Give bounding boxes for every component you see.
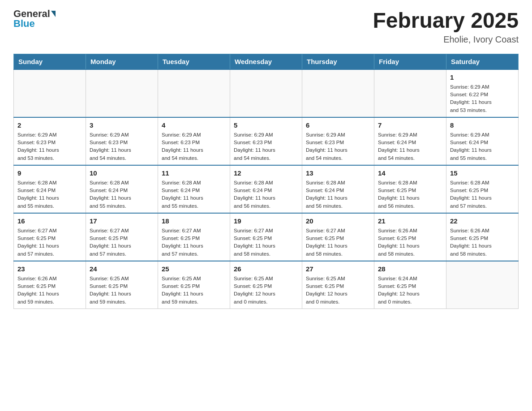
day-number: 7 bbox=[378, 120, 442, 130]
week-row-2: 2Sunrise: 6:29 AM Sunset: 6:23 PM Daylig… bbox=[14, 117, 519, 165]
calendar-cell: 18Sunrise: 6:27 AM Sunset: 6:25 PM Dayli… bbox=[158, 213, 230, 261]
page-header: General Blue February 2025 Eholie, Ivory… bbox=[13, 9, 519, 45]
day-info: Sunrise: 6:26 AM Sunset: 6:25 PM Dayligh… bbox=[378, 227, 442, 258]
calendar-cell: 22Sunrise: 6:26 AM Sunset: 6:25 PM Dayli… bbox=[446, 213, 519, 261]
day-number: 23 bbox=[17, 264, 82, 274]
logo: General Blue bbox=[13, 9, 56, 29]
day-number: 9 bbox=[17, 168, 82, 178]
calendar-cell bbox=[158, 69, 230, 117]
day-number: 13 bbox=[306, 168, 370, 178]
day-number: 10 bbox=[90, 168, 154, 178]
title-block: February 2025 Eholie, Ivory Coast bbox=[373, 9, 519, 45]
day-number: 4 bbox=[162, 120, 226, 130]
day-info: Sunrise: 6:27 AM Sunset: 6:25 PM Dayligh… bbox=[90, 227, 154, 258]
calendar-cell: 3Sunrise: 6:29 AM Sunset: 6:23 PM Daylig… bbox=[86, 117, 158, 165]
calendar-cell: 17Sunrise: 6:27 AM Sunset: 6:25 PM Dayli… bbox=[86, 213, 158, 261]
day-info: Sunrise: 6:29 AM Sunset: 6:23 PM Dayligh… bbox=[162, 131, 226, 162]
location: Eholie, Ivory Coast bbox=[373, 34, 519, 45]
calendar-cell bbox=[446, 261, 519, 309]
day-info: Sunrise: 6:26 AM Sunset: 6:25 PM Dayligh… bbox=[17, 275, 82, 306]
weekday-header-saturday: Saturday bbox=[446, 54, 519, 69]
day-info: Sunrise: 6:28 AM Sunset: 6:24 PM Dayligh… bbox=[162, 179, 226, 210]
day-info: Sunrise: 6:29 AM Sunset: 6:23 PM Dayligh… bbox=[17, 131, 82, 162]
day-number: 14 bbox=[378, 168, 442, 178]
day-info: Sunrise: 6:27 AM Sunset: 6:25 PM Dayligh… bbox=[17, 227, 82, 258]
day-number: 24 bbox=[90, 264, 154, 274]
weekday-header-tuesday: Tuesday bbox=[158, 54, 230, 69]
calendar-cell: 7Sunrise: 6:29 AM Sunset: 6:24 PM Daylig… bbox=[374, 117, 446, 165]
calendar-cell: 12Sunrise: 6:28 AM Sunset: 6:24 PM Dayli… bbox=[230, 165, 302, 213]
calendar-cell: 19Sunrise: 6:27 AM Sunset: 6:25 PM Dayli… bbox=[230, 213, 302, 261]
weekday-header-row: SundayMondayTuesdayWednesdayThursdayFrid… bbox=[14, 54, 519, 69]
day-info: Sunrise: 6:28 AM Sunset: 6:24 PM Dayligh… bbox=[90, 179, 154, 210]
logo-triangle-icon bbox=[51, 11, 56, 17]
week-row-1: 1Sunrise: 6:29 AM Sunset: 6:22 PM Daylig… bbox=[14, 69, 519, 117]
calendar-cell: 1Sunrise: 6:29 AM Sunset: 6:22 PM Daylig… bbox=[446, 69, 519, 117]
calendar-cell: 20Sunrise: 6:27 AM Sunset: 6:25 PM Dayli… bbox=[302, 213, 374, 261]
logo-general-text: General bbox=[13, 9, 50, 19]
day-number: 17 bbox=[90, 216, 154, 226]
calendar-cell: 2Sunrise: 6:29 AM Sunset: 6:23 PM Daylig… bbox=[14, 117, 86, 165]
day-info: Sunrise: 6:29 AM Sunset: 6:24 PM Dayligh… bbox=[450, 131, 515, 162]
day-number: 15 bbox=[450, 168, 515, 178]
day-info: Sunrise: 6:29 AM Sunset: 6:23 PM Dayligh… bbox=[306, 131, 370, 162]
calendar-cell: 4Sunrise: 6:29 AM Sunset: 6:23 PM Daylig… bbox=[158, 117, 230, 165]
weekday-header-sunday: Sunday bbox=[14, 54, 86, 69]
day-info: Sunrise: 6:27 AM Sunset: 6:25 PM Dayligh… bbox=[162, 227, 226, 258]
calendar-cell: 15Sunrise: 6:28 AM Sunset: 6:25 PM Dayli… bbox=[446, 165, 519, 213]
day-info: Sunrise: 6:29 AM Sunset: 6:22 PM Dayligh… bbox=[450, 83, 515, 114]
day-number: 1 bbox=[450, 73, 515, 82]
day-info: Sunrise: 6:25 AM Sunset: 6:25 PM Dayligh… bbox=[234, 275, 298, 306]
day-info: Sunrise: 6:27 AM Sunset: 6:25 PM Dayligh… bbox=[234, 227, 298, 258]
day-number: 12 bbox=[234, 168, 298, 178]
day-info: Sunrise: 6:29 AM Sunset: 6:23 PM Dayligh… bbox=[90, 131, 154, 162]
day-number: 11 bbox=[162, 168, 226, 178]
day-info: Sunrise: 6:28 AM Sunset: 6:24 PM Dayligh… bbox=[306, 179, 370, 210]
calendar-cell: 9Sunrise: 6:28 AM Sunset: 6:24 PM Daylig… bbox=[14, 165, 86, 213]
calendar-cell: 28Sunrise: 6:24 AM Sunset: 6:25 PM Dayli… bbox=[374, 261, 446, 309]
calendar-cell bbox=[302, 69, 374, 117]
day-number: 21 bbox=[378, 216, 442, 226]
calendar-cell: 16Sunrise: 6:27 AM Sunset: 6:25 PM Dayli… bbox=[14, 213, 86, 261]
calendar-cell: 24Sunrise: 6:25 AM Sunset: 6:25 PM Dayli… bbox=[86, 261, 158, 309]
day-info: Sunrise: 6:28 AM Sunset: 6:24 PM Dayligh… bbox=[17, 179, 82, 210]
day-number: 19 bbox=[234, 216, 298, 226]
week-row-3: 9Sunrise: 6:28 AM Sunset: 6:24 PM Daylig… bbox=[14, 165, 519, 213]
day-number: 20 bbox=[306, 216, 370, 226]
calendar-cell: 8Sunrise: 6:29 AM Sunset: 6:24 PM Daylig… bbox=[446, 117, 519, 165]
calendar-cell: 6Sunrise: 6:29 AM Sunset: 6:23 PM Daylig… bbox=[302, 117, 374, 165]
calendar-table: SundayMondayTuesdayWednesdayThursdayFrid… bbox=[13, 54, 519, 309]
calendar-cell bbox=[374, 69, 446, 117]
day-info: Sunrise: 6:27 AM Sunset: 6:25 PM Dayligh… bbox=[306, 227, 370, 258]
weekday-header-wednesday: Wednesday bbox=[230, 54, 302, 69]
day-number: 22 bbox=[450, 216, 515, 226]
day-info: Sunrise: 6:28 AM Sunset: 6:24 PM Dayligh… bbox=[234, 179, 298, 210]
day-number: 26 bbox=[234, 264, 298, 274]
day-info: Sunrise: 6:25 AM Sunset: 6:25 PM Dayligh… bbox=[90, 275, 154, 306]
logo-blue-text: Blue bbox=[13, 19, 35, 29]
day-info: Sunrise: 6:26 AM Sunset: 6:25 PM Dayligh… bbox=[450, 227, 515, 258]
day-number: 16 bbox=[17, 216, 82, 226]
day-number: 2 bbox=[17, 120, 82, 130]
calendar-cell: 23Sunrise: 6:26 AM Sunset: 6:25 PM Dayli… bbox=[14, 261, 86, 309]
calendar-cell: 5Sunrise: 6:29 AM Sunset: 6:23 PM Daylig… bbox=[230, 117, 302, 165]
day-info: Sunrise: 6:28 AM Sunset: 6:25 PM Dayligh… bbox=[378, 179, 442, 210]
calendar-cell bbox=[230, 69, 302, 117]
day-number: 3 bbox=[90, 120, 154, 130]
day-number: 27 bbox=[306, 264, 370, 274]
calendar-cell: 13Sunrise: 6:28 AM Sunset: 6:24 PM Dayli… bbox=[302, 165, 374, 213]
day-number: 28 bbox=[378, 264, 442, 274]
calendar-cell: 27Sunrise: 6:25 AM Sunset: 6:25 PM Dayli… bbox=[302, 261, 374, 309]
calendar-cell: 21Sunrise: 6:26 AM Sunset: 6:25 PM Dayli… bbox=[374, 213, 446, 261]
calendar-cell: 10Sunrise: 6:28 AM Sunset: 6:24 PM Dayli… bbox=[86, 165, 158, 213]
week-row-4: 16Sunrise: 6:27 AM Sunset: 6:25 PM Dayli… bbox=[14, 213, 519, 261]
weekday-header-thursday: Thursday bbox=[302, 54, 374, 69]
day-info: Sunrise: 6:29 AM Sunset: 6:24 PM Dayligh… bbox=[378, 131, 442, 162]
day-info: Sunrise: 6:25 AM Sunset: 6:25 PM Dayligh… bbox=[306, 275, 370, 306]
calendar-cell: 25Sunrise: 6:25 AM Sunset: 6:25 PM Dayli… bbox=[158, 261, 230, 309]
day-number: 6 bbox=[306, 120, 370, 130]
day-info: Sunrise: 6:29 AM Sunset: 6:23 PM Dayligh… bbox=[234, 131, 298, 162]
day-number: 5 bbox=[234, 120, 298, 130]
weekday-header-friday: Friday bbox=[374, 54, 446, 69]
calendar-cell bbox=[86, 69, 158, 117]
